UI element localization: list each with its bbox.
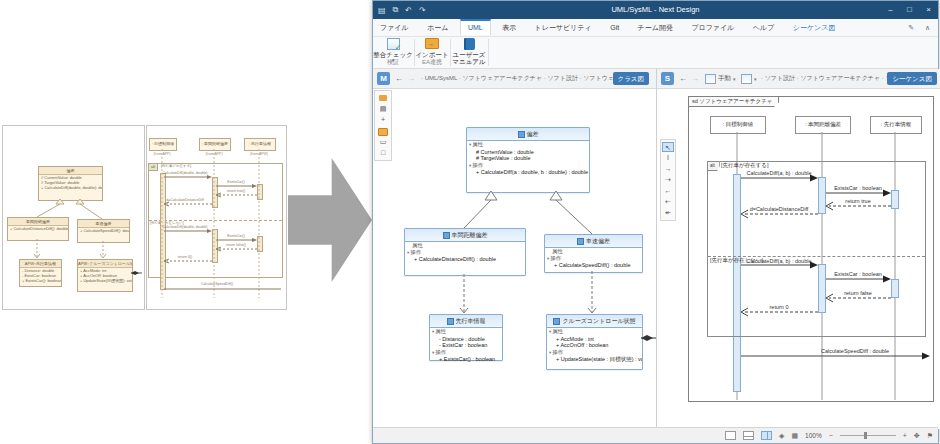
source-class-diagram-thumbnail: 偏差 # CurrentValue: double # TargetValue:… — [2, 125, 145, 310]
diagram-type-badge: シーケンス図 — [887, 72, 937, 85]
class-diagram-canvas[interactable]: ▤ + ▭ □ 偏差 ▾属性 — [373, 89, 656, 429]
thumb-class-leadcar: APW::先行車情報 - Distance: double - ExistCar… — [19, 259, 62, 287]
image-export-icon[interactable]: ▦ — [791, 432, 798, 440]
layout-rows-icon[interactable] — [743, 431, 754, 440]
return-message-tool-icon[interactable]: ← — [662, 186, 674, 196]
thumb-lifeline: : 目標制御値 — [149, 138, 177, 151]
message-label[interactable]: return true — [788, 198, 928, 204]
class-node-cruise-state[interactable]: クルーズコントロール状態 ▾属性 + AccMode : int + AccOn… — [546, 314, 643, 370]
tab-profile[interactable]: プロファイル — [684, 19, 741, 36]
group-label-verify: 検証 — [373, 58, 413, 67]
sd-frame-label: sd ソフトウェアアーキテクチャ — [688, 96, 779, 107]
class-tool-icon[interactable]: ▤ — [377, 104, 389, 114]
message-label[interactable]: return false — [788, 290, 928, 296]
zoom-fit-icon[interactable]: ✥ — [914, 432, 920, 440]
tab-view[interactable]: 表示 — [495, 19, 523, 36]
class-icon — [443, 232, 450, 239]
tab-uml[interactable]: UML — [460, 19, 491, 35]
close-button[interactable]: × — [919, 1, 938, 19]
zoom-in-button[interactable]: + — [903, 432, 907, 439]
sequence-diagram-canvas[interactable]: ↖ I → ⇢ ← ⇠ ↞ sd ソフトウェアアーキテクチャ : 目標制御値 :… — [656, 89, 940, 429]
class-icon — [447, 318, 454, 325]
pin-icon[interactable]: ⚑ — [927, 432, 933, 440]
association-tool-icon[interactable]: + — [377, 115, 389, 125]
display-option-icon — [741, 74, 752, 84]
window-controls: – □ × — [881, 1, 938, 19]
class-icon — [553, 318, 560, 325]
message-label[interactable]: ExistsCar : boolean — [788, 271, 928, 277]
message-label[interactable]: return 0 — [704, 304, 854, 310]
layout-columns-icon[interactable] — [761, 431, 772, 440]
forward-button[interactable]: → — [407, 69, 415, 88]
layout-mode-dropdown[interactable]: 手動 ▾ — [705, 72, 736, 85]
map-view-icon[interactable]: ◈ — [779, 432, 784, 440]
lifeline-target-value[interactable]: : 目標制御値 — [710, 116, 766, 134]
frame-tool-icon[interactable]: □ — [377, 148, 389, 158]
forward-button[interactable]: → — [691, 69, 699, 88]
class-node-distance-deviation[interactable]: 車間距離偏差 属性 ▾操作 + CalculateDistanceDiff() … — [404, 228, 526, 276]
class-node-deviation[interactable]: 偏差 ▾属性 # CurrentValue : double # TargetV… — [466, 127, 590, 193]
chevron-down-icon: ▾ — [754, 76, 757, 82]
model-badge-m[interactable]: M — [377, 72, 390, 85]
transform-arrow — [288, 158, 372, 282]
thumb-class-hensa: 偏差 # CurrentValue: double # TargetValue:… — [38, 166, 103, 201]
select-tool-icon[interactable]: ↖ — [662, 142, 674, 152]
zoom-slider[interactable] — [840, 431, 896, 440]
guard-condition: [先行車が存在する] — [721, 162, 768, 169]
lifeline-tool-icon[interactable]: I — [662, 153, 674, 163]
tab-help[interactable]: ヘルプ — [746, 19, 782, 36]
sync-message-tool-icon[interactable]: → — [662, 164, 674, 174]
found-message-tool-icon[interactable]: ⇠ — [662, 197, 674, 207]
display-option-dropdown[interactable]: ▾ — [741, 72, 757, 85]
message-label[interactable]: CalculateSpeedDiff : double — [780, 348, 930, 354]
package-tool-icon[interactable] — [377, 126, 389, 136]
collapse-ribbon-icon[interactable]: ∧ — [925, 19, 930, 36]
consistency-check-icon: ✓ — [387, 38, 400, 50]
ribbon-group-verify: ✓ 整合チェック ▾ 検証 — [373, 37, 413, 68]
ribbon: ✓ 整合チェック ▾ 検証 → インポート EA連携 ユーザーズ マニ — [373, 37, 938, 69]
import-button[interactable]: → インポート — [415, 38, 449, 58]
manual-icon — [464, 38, 475, 50]
model-badge-s[interactable]: S — [661, 72, 674, 85]
sequence-tool-palette: ↖ I → ⇢ ← ⇠ ↞ — [660, 139, 676, 221]
breadcrumb[interactable]: · UML/SysML · ソフトウェアアーキテクチャ · ソフト設計 · ソフ… — [421, 69, 621, 88]
zoom-slider-handle[interactable] — [864, 432, 867, 439]
ribbon-tab-bar: ファイル ホーム UML 表示 トレーサビリティ Git チーム開発 プロファイ… — [373, 19, 938, 37]
message-label[interactable]: CalculateDiff(a, b) : double — [704, 170, 854, 176]
tab-sequence-diagram[interactable]: シーケンス図 — [786, 19, 843, 36]
tab-team[interactable]: チーム開発 — [631, 19, 680, 36]
message-label[interactable]: d=CalculateDistanceDiff — [704, 206, 854, 212]
maximize-button[interactable]: □ — [900, 1, 919, 19]
import-icon: → — [425, 38, 439, 49]
screen: 偏差 # CurrentValue: double # TargetValue:… — [0, 0, 940, 444]
minimize-button[interactable]: – — [881, 1, 900, 19]
item-tool-icon[interactable]: ▭ — [377, 137, 389, 147]
window-title: UML/SysML - Next Design — [373, 1, 938, 19]
feedback-icon[interactable]: ✎ — [908, 19, 914, 36]
group-label-help: ヘルプ — [451, 58, 487, 67]
layout-single-icon[interactable] — [725, 431, 736, 440]
back-button[interactable]: ← — [395, 69, 403, 88]
back-button[interactable]: ← — [679, 69, 687, 88]
tab-file[interactable]: ファイル — [373, 19, 416, 36]
tab-home[interactable]: ホーム — [420, 19, 455, 36]
async-message-tool-icon[interactable]: ⇢ — [662, 175, 674, 185]
ribbon-group-ea: → インポート EA連携 — [415, 37, 449, 68]
zoom-out-button[interactable]: − — [829, 432, 833, 439]
titlebar[interactable]: ▤ ⧉ ↶ ↷ UML/SysML - Next Design – □ × — [373, 1, 938, 19]
sequence-diagram-pane-header: S ← → 手動 ▾ ▾ · ソフト設計 · ソフトウェアアーキテクチャ · ソ… — [656, 69, 940, 89]
chevron-down-icon: ▾ — [733, 76, 736, 82]
lifeline-leadcar-info[interactable]: : 先行車情報 — [870, 116, 922, 134]
class-node-speed-deviation[interactable]: 車速偏差 属性 ▾操作 + CalculateSpeedDiff() : dou… — [544, 234, 643, 273]
app-window: ▤ ⧉ ↶ ↷ UML/SysML - Next Design – □ × ファ… — [372, 0, 939, 444]
diagram-type-badge: クラス図 — [613, 72, 649, 85]
lifeline-distance-deviation[interactable]: : 車間距離偏差 — [795, 116, 851, 134]
tab-git[interactable]: Git — [603, 19, 626, 36]
thumb-class-speed-dev: 車速偏差 + CalculateSpeedDiff(): double — [77, 219, 130, 243]
class-node-leadcar-info[interactable]: 先行車情報 ▾属性 - Distance : double - ExistCar… — [429, 314, 503, 361]
lost-message-tool-icon[interactable]: ↞ — [662, 208, 674, 218]
note-tool-icon[interactable] — [377, 93, 389, 103]
message-label[interactable]: CalculateDiff(a, b) : double — [704, 258, 854, 264]
message-label[interactable]: ExistsCar : boolean — [788, 185, 928, 191]
tab-traceability[interactable]: トレーサビリティ — [528, 19, 599, 36]
